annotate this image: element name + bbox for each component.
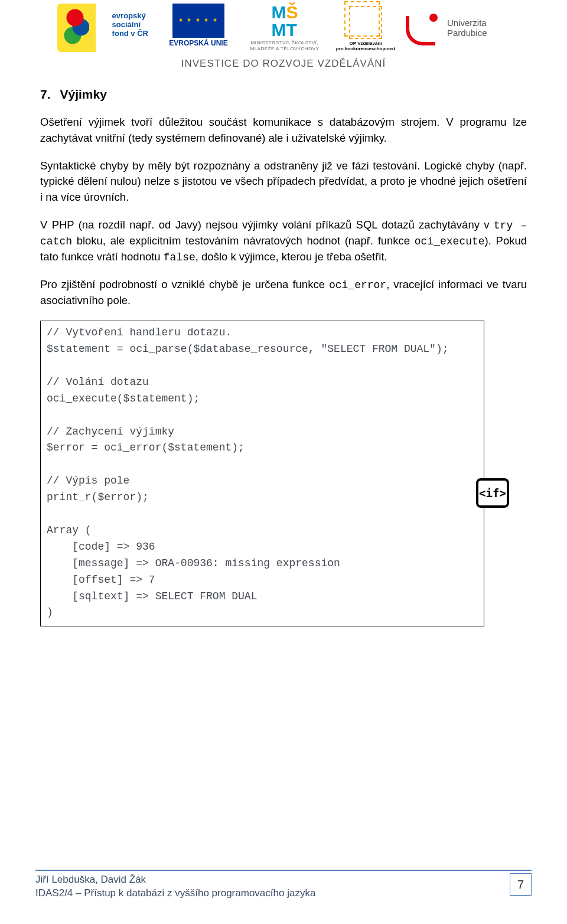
msmt-glyph: MŠMT — [271, 4, 298, 39]
paragraph-2: Syntaktické chyby by měly být rozpoznány… — [40, 158, 527, 205]
logo-eu: EVROPSKÁ UNIE — [164, 4, 233, 52]
logo-esf: evropský sociální fond v ČR — [57, 4, 153, 52]
header-tagline: INVESTICE DO ROZVOJE VZDĚLÁVÁNÍ — [35, 58, 532, 70]
section-title: Výjimky — [60, 87, 107, 101]
msmt-T: T — [286, 20, 296, 40]
paragraph-3: V PHP (na rozdíl např. od Javy) nejsou v… — [40, 217, 527, 265]
p3-text-a: V PHP (na rozdíl např. od Javy) nejsou v… — [40, 218, 494, 231]
footer-authors: Jiří Lebduška, David Žák — [35, 873, 315, 887]
logo-op: OP Vzdělávání pro konkurenceschopnost — [336, 4, 395, 52]
up-label: Univerzita Pardubice — [447, 18, 487, 38]
p3-text-b: bloku, ale explicitním testováním návrat… — [72, 234, 415, 247]
section-number: 7. — [40, 87, 51, 102]
op-square-icon — [349, 6, 382, 39]
msmt-M1: M — [271, 2, 286, 22]
paragraph-4: Pro zjištění podrobností o vzniklé chybě… — [40, 277, 527, 309]
footer-page-number: 7 — [510, 873, 532, 896]
eu-flag-icon — [172, 4, 224, 38]
paragraph-1: Ošetření výjimek tvoří důležitou součást… — [40, 115, 527, 146]
esf-label: evropský sociální fond v ČR — [112, 12, 148, 38]
footer-course: IDAS2/4 – Přístup k databázi z vyššího p… — [35, 887, 315, 900]
footer-rule — [35, 870, 532, 871]
msmt-sublabel: MINISTERSTVO ŠKOLSTVÍ, MLÁDEŽE A TĚLOVÝC… — [250, 40, 319, 51]
if-tag-icon: <if> — [476, 478, 509, 508]
msmt-S: Š — [286, 2, 298, 22]
op-label: OP Vzdělávání pro konkurenceschopnost — [336, 41, 395, 52]
logo-univerzita-pardubice: Univerzita Pardubice — [406, 4, 510, 52]
section-heading: 7.Výjimky — [40, 87, 527, 102]
p3-code-false: false — [164, 252, 195, 263]
p4-code-oci-error: oci_error — [329, 279, 386, 291]
eu-label: EVROPSKÁ UNIE — [169, 39, 227, 47]
code-listing: // Vytvoření handleru dotazu. $statement… — [40, 321, 484, 626]
msmt-M2: M — [271, 20, 286, 40]
p4-text-a: Pro zjištění podrobností o vzniklé chybě… — [40, 278, 329, 290]
p3-code-oci-execute: oci_execute — [415, 236, 485, 247]
up-mark-icon — [406, 10, 441, 45]
header-logos: evropský sociální fond v ČR EVROPSKÁ UNI… — [35, 0, 532, 52]
p3-text-d: , došlo k výjimce, kterou je třeba ošetř… — [195, 250, 387, 263]
logo-msmt: MŠMT MINISTERSTVO ŠKOLSTVÍ, MLÁDEŽE A TĚ… — [244, 4, 325, 52]
page-footer: Jiří Lebduška, David Žák IDAS2/4 – Příst… — [35, 870, 532, 900]
